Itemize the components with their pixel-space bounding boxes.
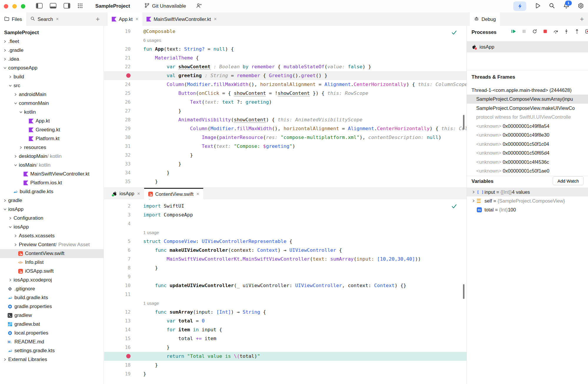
code-line-32[interactable]: 32 } — [104, 151, 467, 160]
gutter[interactable]: 26 — [104, 98, 136, 107]
gutter[interactable]: 27 — [104, 107, 136, 115]
resume-icon[interactable] — [511, 29, 516, 34]
gutter[interactable]: 8 — [104, 264, 136, 272]
gutter[interactable] — [104, 352, 136, 361]
notifications-icon[interactable]: 1 — [563, 3, 569, 10]
gutter[interactable]: 28 — [104, 115, 136, 124]
code-line-15[interactable]: 15 total += item — [104, 334, 467, 343]
tree-item-.gitignore[interactable]: .gitignore — [0, 284, 104, 293]
close-icon[interactable]: × — [137, 191, 140, 196]
breakpoint-icon[interactable] — [126, 73, 131, 78]
tree-item-iosMain[interactable]: iosMain / kotlin — [0, 161, 104, 170]
variable-row-input[interactable]: [ ]input = {[Int]} 4 values — [467, 188, 588, 196]
step-over-icon[interactable] — [553, 29, 558, 34]
chevron-right-icon[interactable] — [8, 278, 13, 282]
add-watch-button[interactable]: Add Watch — [553, 176, 584, 185]
tree-item-Platform.ios.kt[interactable]: Platform.ios.kt — [0, 178, 104, 187]
gutter[interactable]: 35 — [104, 177, 136, 186]
code-line-33[interactable]: 33 } — [104, 160, 467, 168]
tree-item-settings.gradle.kts[interactable]: settings.gradle.kts — [0, 346, 104, 355]
gutter[interactable]: 34 — [104, 168, 136, 177]
tree-item-composeApp[interactable]: composeApp — [0, 64, 104, 72]
toggle-left-panel-icon[interactable] — [36, 3, 43, 10]
stack-frame[interactable]: <unknown> 0x00000001c4f4536c — [467, 158, 588, 167]
chevron-right-icon[interactable] — [13, 155, 18, 158]
tree-item-External Libraries[interactable]: External Libraries — [0, 355, 104, 364]
gutter[interactable]: 11 — [104, 290, 136, 299]
mute-breakpoints-icon[interactable] — [585, 29, 588, 34]
gutter[interactable]: 1 — [104, 199, 136, 202]
stack-frame[interactable]: <unknown> 0x00000001c50f1ae0 — [467, 166, 588, 176]
editor-contentview-swift[interactable]: 1import UIKit2import SwiftUI3import Comp… — [104, 199, 467, 384]
tab-app-kt[interactable]: App.kt × — [108, 12, 142, 26]
stack-frame[interactable]: SampleProject.ComposeView.sumArray(inpu — [467, 95, 588, 104]
breakpoint-icon[interactable] — [126, 354, 131, 358]
stack-frame[interactable]: protocol witness for SwiftUI.UIViewContr… — [467, 112, 588, 122]
tab-debug[interactable]: Debug — [470, 12, 500, 26]
stack-frame[interactable]: <unknown> 0x00000001c50f65d4 — [467, 148, 588, 158]
tree-item-src[interactable]: src — [0, 81, 104, 90]
code-line-5[interactable]: 5struct ComposeView: UIViewControllerRep… — [104, 237, 467, 246]
close-icon[interactable]: × — [56, 16, 59, 22]
code-line-19[interactable]: 19} — [104, 370, 467, 378]
code-line-29[interactable]: 29 Column(Modifier.fillMaxWidth(), horiz… — [104, 124, 467, 133]
gutter[interactable]: 24 — [104, 80, 136, 89]
stack-frame[interactable]: SampleProject.ComposeView.makeUIViewCo — [467, 104, 588, 113]
restart-icon[interactable] — [532, 29, 537, 34]
chevron-down-icon[interactable] — [13, 163, 18, 167]
code-line-31[interactable]: 31 Text(text: "Compose: $greeting") — [104, 142, 467, 151]
step-out-icon[interactable] — [574, 29, 579, 34]
gutter[interactable]: 6 — [104, 246, 136, 255]
chevron-right-icon[interactable] — [2, 49, 8, 52]
chevron-right-icon[interactable] — [18, 146, 24, 149]
code-line-35[interactable]: 35 } — [104, 177, 467, 186]
chevron-down-icon[interactable] — [18, 110, 24, 114]
step-into-icon[interactable] — [564, 29, 569, 34]
close-icon[interactable]: × — [214, 16, 216, 22]
gutter[interactable]: 31 — [104, 142, 136, 151]
tree-item-Greeting.kt[interactable]: Greeting.kt — [0, 125, 104, 134]
close-icon[interactable]: × — [196, 191, 199, 197]
tree-item-MainSwiftViewController.kt[interactable]: MainSwiftViewController.kt — [0, 170, 104, 178]
editor-app-kt[interactable]: 19@Composable6 usages20fun App(text: Str… — [104, 26, 467, 188]
tree-item-gradle.properties[interactable]: gradle.properties — [0, 302, 104, 311]
code-line-26[interactable]: 26 Text(text: text ?: greeting) — [104, 98, 467, 107]
code-line-12[interactable]: 12 func sumArray(input: [Int]) → String … — [104, 308, 467, 317]
tree-item-gradlew[interactable]: gradlew — [0, 311, 104, 320]
tree-item-resources[interactable]: resources — [0, 143, 104, 152]
inspection-ok-icon[interactable] — [451, 29, 458, 37]
code-line-13[interactable]: 13 var total = 0 — [104, 317, 467, 325]
tree-item-ContentView.swift[interactable]: ContentView.swift — [0, 249, 104, 258]
gutter[interactable]: 2 — [104, 202, 136, 211]
code-line-7[interactable]: 7 MainSwiftViewControllerKt.MainSwiftVie… — [104, 255, 467, 264]
tree-item-local.properties[interactable]: local.properties — [0, 329, 104, 337]
tree-item-README.md[interactable]: M↓README.md — [0, 337, 104, 346]
tab-search[interactable]: Search × — [26, 12, 63, 26]
code-line-21[interactable]: 21 MaterialTheme { — [104, 54, 467, 62]
gutter[interactable]: 30 — [104, 133, 136, 142]
gutter[interactable]: 21 — [104, 54, 136, 62]
scrollbar-thumb[interactable] — [463, 115, 464, 130]
chevron-down-icon[interactable] — [13, 102, 18, 105]
code-line-22[interactable]: 22 var showContent : Boolean by remember… — [104, 62, 467, 71]
chevron-down-icon[interactable] — [2, 208, 8, 211]
tree-item-Info.plist[interactable]: </>Info.plist — [0, 258, 104, 267]
project-title[interactable]: SampleProject — [95, 3, 130, 9]
toggle-bottom-panel-icon[interactable] — [50, 3, 56, 10]
close-icon[interactable]: × — [136, 16, 138, 22]
code-line-23[interactable]: val greeting : String = remember { Greet… — [104, 71, 467, 80]
app-grid-icon[interactable] — [77, 3, 83, 10]
gutter[interactable]: 7 — [104, 255, 136, 264]
gutter[interactable]: 25 — [104, 89, 136, 98]
gutter[interactable]: 5 — [104, 237, 136, 246]
gutter[interactable]: 29 — [104, 124, 136, 133]
variable-row-total[interactable]: 01total = {Int} 100 — [467, 205, 588, 214]
tree-item-iosApp.xcodeproj[interactable]: iosApp.xcodeproj — [0, 276, 104, 284]
usages-hint[interactable]: 6 usages — [104, 36, 467, 45]
gutter[interactable]: 16 — [104, 343, 136, 352]
chevron-right-icon[interactable] — [2, 57, 8, 61]
code-line-14[interactable]: 14 for item in input { — [104, 325, 467, 334]
code-line-16[interactable]: 16 } — [104, 343, 467, 352]
code-line-18[interactable]: 18 } — [104, 361, 467, 370]
gutter[interactable]: 20 — [104, 45, 136, 54]
